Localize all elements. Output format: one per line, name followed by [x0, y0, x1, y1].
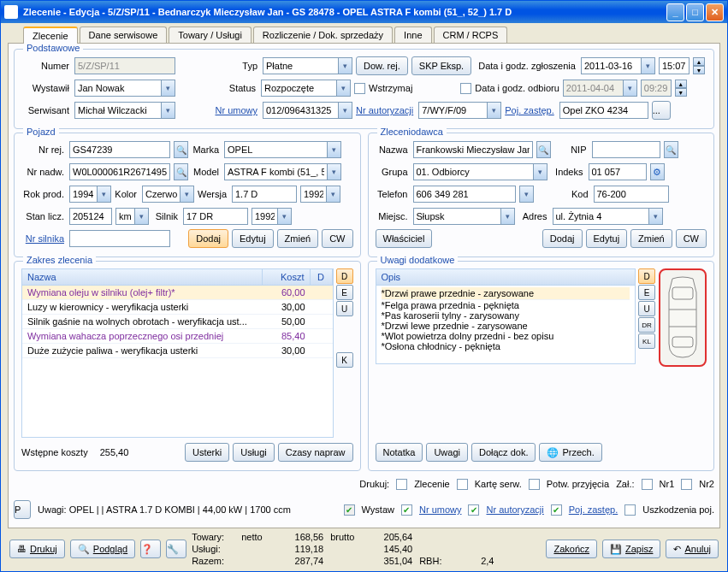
poj-zast-field[interactable] — [559, 102, 648, 119]
wlasciciel-button[interactable]: Właściciel — [376, 229, 433, 248]
godz-odb-down[interactable]: ▼ — [675, 88, 687, 97]
serwisant-combo[interactable] — [74, 102, 161, 119]
scope-col-koszt[interactable]: Koszt — [263, 269, 311, 285]
data-odb-btn[interactable]: ▾ — [623, 80, 637, 97]
tab-dane-serwisowe[interactable]: Dane serwisowe — [80, 27, 168, 43]
serwisant-btn[interactable]: ▾ — [161, 102, 175, 119]
table-row[interactable]: Wymiana oleju w silniku (olej+ filtr)*60… — [22, 286, 333, 300]
nr-rej-field[interactable] — [69, 141, 170, 158]
podglad-button[interactable]: 🔍Podgląd — [70, 540, 135, 558]
typ-combo[interactable] — [263, 57, 338, 74]
model-combo[interactable] — [224, 163, 327, 180]
notes-side-e[interactable]: E — [638, 285, 655, 300]
notes-side-dr[interactable]: DR — [638, 317, 655, 333]
grupa-btn[interactable]: ▾ — [533, 163, 547, 180]
scope-col-nazwa[interactable]: Nazwa — [22, 269, 263, 285]
chk-nr-autoryz[interactable]: ✔ — [468, 504, 479, 516]
table-row[interactable]: Silnik gaśnie na wolnych obrotach - wery… — [22, 315, 333, 329]
marka-btn[interactable]: ▾ — [327, 141, 341, 158]
godz-zgl-down[interactable]: ▼ — [693, 66, 705, 74]
status-combo[interactable] — [261, 80, 336, 97]
notatka-button[interactable]: Notatka — [376, 443, 423, 462]
usterki-button[interactable]: Usterki — [185, 443, 229, 462]
notes-side-u[interactable]: U — [638, 301, 655, 316]
miejsc-btn[interactable]: ▾ — [500, 208, 515, 225]
przech-button[interactable]: 🌐Przech. — [539, 443, 601, 462]
list-item[interactable]: *Pas karoserii tylny - zarysowany — [382, 310, 630, 321]
close-button[interactable]: ✕ — [706, 3, 724, 21]
nr-nadw-field[interactable] — [69, 163, 170, 180]
table-row[interactable]: Luzy w kierownicy - weryfikacja usterki3… — [22, 300, 333, 315]
table-row[interactable]: Wymiana wahacza poprzecznego osi przedni… — [22, 329, 333, 344]
anuluj-button[interactable]: ↶Anuluj — [666, 540, 719, 558]
tab-rozliczenie[interactable]: Rozliczenie / Dok. sprzedaży — [253, 27, 393, 43]
dolacz-dok-button[interactable]: Dołącz dok. — [471, 443, 536, 462]
adres-btn[interactable]: ▾ — [648, 208, 663, 225]
nip-search-icon[interactable] — [664, 141, 678, 158]
godz-zgl-field[interactable] — [659, 57, 690, 74]
chk-nr2[interactable] — [681, 479, 692, 490]
chk-potw[interactable] — [529, 479, 540, 490]
indeks-field[interactable] — [589, 163, 647, 180]
nr-umowy-label[interactable]: Nr umowy — [213, 105, 259, 115]
kod-field[interactable] — [594, 186, 669, 203]
chk-nr1[interactable] — [642, 479, 653, 490]
table-row[interactable]: Duże zużycie paliwa - weryfikacja usterk… — [22, 344, 333, 358]
nip-field[interactable] — [592, 141, 660, 158]
tab-zlecenie[interactable]: Zlecenie — [23, 27, 78, 44]
godz-odb-up[interactable]: ▲ — [675, 80, 687, 88]
tab-crm[interactable]: CRM / RCPS — [434, 27, 508, 43]
vehicle-edytuj-button[interactable]: Edytuj — [232, 229, 274, 248]
grupa-combo[interactable] — [413, 163, 533, 180]
maximize-button[interactable]: □ — [686, 3, 704, 21]
data-zgl-btn[interactable]: ▾ — [641, 57, 655, 74]
wersja-field[interactable] — [232, 186, 297, 203]
silnik-rok-combo[interactable] — [252, 208, 277, 225]
list-item[interactable]: *Wlot powietrza dolny przedni - bez opis… — [382, 331, 630, 341]
miejsc-combo[interactable] — [413, 208, 500, 225]
skp-eksp-button[interactable]: SKP Eksp. — [411, 56, 471, 75]
vehicle-cw-button[interactable]: CW — [322, 229, 352, 248]
zapisz-button[interactable]: 💾Zapisz — [602, 540, 660, 558]
notes-side-kl[interactable]: KL — [638, 333, 655, 349]
notes-list[interactable]: *Drzwi prawe przednie - zarysowane*Felga… — [376, 286, 636, 364]
stan-field[interactable] — [69, 208, 112, 225]
nr-autoryz-btn[interactable]: ▾ — [487, 102, 501, 119]
client-dodaj-button[interactable]: Dodaj — [542, 229, 583, 248]
poj-zast-more-button[interactable]: ... — [652, 101, 671, 120]
telefon-btn[interactable]: ▾ — [519, 186, 534, 203]
nr-umowy-combo[interactable] — [263, 102, 338, 119]
nazwa-field[interactable] — [413, 141, 533, 158]
chk-poj-zast[interactable]: ✔ — [551, 504, 562, 516]
uwagi-button[interactable]: Uwagi — [426, 443, 468, 462]
marka-combo[interactable] — [224, 141, 327, 158]
client-zmien-button[interactable]: Zmień — [630, 229, 672, 248]
list-item[interactable]: *Drzwi lewe przednie - zarysowane — [382, 321, 630, 331]
chk-nr-umowy[interactable]: ✔ — [401, 504, 412, 516]
zakoncz-button[interactable]: Zakończ — [546, 540, 597, 558]
list-item[interactable]: *Felga prawa przednia - pęknięta — [382, 300, 630, 310]
nr-autoryz-combo[interactable] — [418, 102, 487, 119]
wystawil-combo[interactable] — [74, 80, 161, 97]
wstrzymaj-check[interactable] — [354, 83, 365, 94]
list-item[interactable]: *Osłona chłodnicy - pęknięta — [382, 341, 630, 351]
drukuj-button[interactable]: 🖶Drukuj — [9, 540, 65, 558]
scope-col-d[interactable]: D — [311, 269, 333, 285]
data-zgl-field[interactable] — [581, 57, 641, 74]
notes-col-opis[interactable]: Opis — [376, 269, 636, 285]
adres-combo[interactable] — [553, 208, 648, 225]
nr-umowy-btn[interactable]: ▾ — [338, 102, 352, 119]
vehicle-dodaj-button[interactable]: Dodaj — [188, 229, 228, 248]
godz-zgl-up[interactable]: ▲ — [693, 57, 705, 66]
kolor-btn[interactable]: ▾ — [180, 186, 194, 203]
model-btn[interactable]: ▾ — [327, 163, 341, 180]
indeks-gear-icon[interactable] — [650, 163, 665, 180]
vehicle-zmien-button[interactable]: Zmień — [277, 229, 319, 248]
silnik-field[interactable] — [183, 208, 248, 225]
p-button[interactable]: P — [14, 500, 31, 519]
chk-wystaw[interactable]: ✔ — [344, 504, 355, 516]
czasy-napraw-button[interactable]: Czasy napraw — [278, 443, 353, 462]
silnik-rok-btn[interactable]: ▾ — [277, 208, 292, 225]
status-btn[interactable]: ▾ — [336, 80, 351, 97]
tab-inne[interactable]: Inne — [394, 27, 431, 43]
